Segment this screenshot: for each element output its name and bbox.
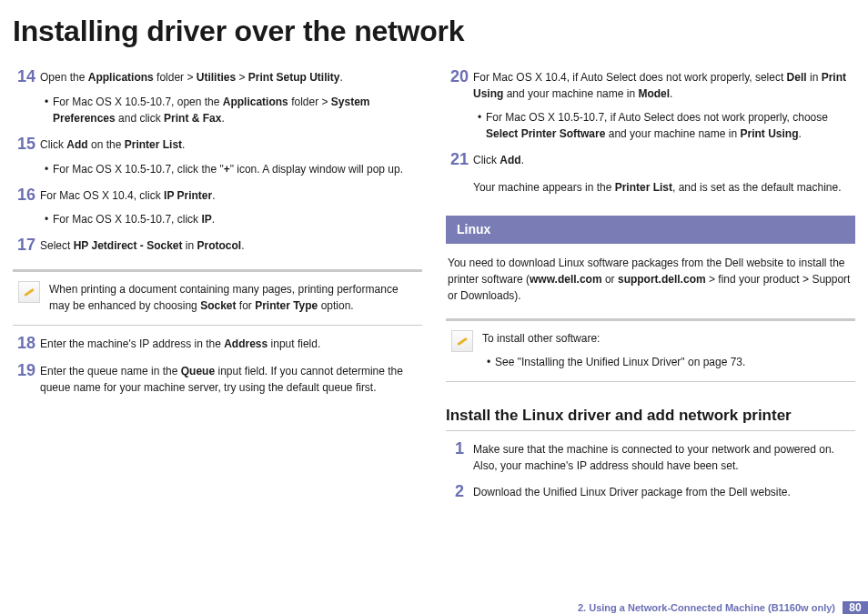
step-sub-body: For Mac OS X 10.5-10.7, click the "+" ic…	[53, 161, 422, 177]
note-text: When printing a document containing many…	[49, 281, 417, 314]
step-number: 15	[13, 136, 40, 154]
note-lead: To install other software:	[482, 330, 850, 347]
step-body: Download the Unified Linux Driver packag…	[473, 483, 855, 501]
subheading-install-linux: Install the Linux driver and add network…	[446, 404, 855, 432]
page-number-badge: 80	[843, 601, 868, 614]
step-body: For Mac OS X 10.4, click IP Printer.	[40, 186, 422, 205]
step-sub: •For Mac OS X 10.5-10.7, open the Applic…	[40, 94, 422, 126]
left-column: 14Open the Applications folder > Utiliti…	[13, 59, 422, 501]
step-body: Enter the machine's IP address in the Ad…	[40, 335, 422, 353]
step-sub-body: For Mac OS X 10.5-10.7, open the Applica…	[53, 94, 422, 126]
step-body: For Mac OS X 10.4, if Auto Select does n…	[473, 68, 855, 102]
step-21: 21Click Add.	[446, 151, 855, 169]
step-number: 18	[13, 335, 40, 353]
bullet-icon: •	[473, 109, 486, 142]
footer-chapter: 2. Using a Network-Connected Machine (B1…	[570, 601, 843, 614]
note-text: To install other software: •See "Install…	[482, 330, 850, 370]
page-title: Installing driver over the network	[0, 0, 868, 55]
step-16: 16For Mac OS X 10.4, click IP Printer.	[13, 186, 422, 205]
step-body: Enter the queue name in the Queue input …	[40, 362, 422, 396]
step-number: 20	[446, 68, 473, 102]
step-14: 14Open the Applications folder > Utiliti…	[13, 68, 422, 86]
step-sub: •For Mac OS X 10.5-10.7, click the "+" i…	[40, 161, 422, 177]
step-body: Click Add.	[473, 151, 855, 169]
note-box: When printing a document containing many…	[13, 269, 422, 326]
step-number: 2	[446, 483, 473, 501]
note-icon	[451, 330, 473, 352]
bullet-icon: •	[40, 94, 53, 126]
note-sub: See "Installing the Unified Linux Driver…	[495, 354, 850, 370]
bullet-icon: •	[40, 161, 53, 177]
step-19: 19Enter the queue name in the Queue inpu…	[13, 362, 422, 396]
right-column: 20For Mac OS X 10.4, if Auto Select does…	[446, 59, 855, 501]
step-sub-body: For Mac OS X 10.5-10.7, click IP.	[53, 211, 422, 227]
bullet-icon: •	[40, 211, 53, 227]
step-sub: •For Mac OS X 10.5-10.7, click IP.	[40, 211, 422, 227]
step-15: 15Click Add on the Printer List.	[13, 136, 422, 154]
two-column-layout: 14Open the Applications folder > Utiliti…	[0, 55, 868, 501]
linux-paragraph: You need to download Linux software pack…	[446, 255, 855, 304]
step-extra: Your machine appears in the Printer List…	[473, 178, 855, 196]
note-box-linux: To install other software: •See "Install…	[446, 318, 855, 382]
step-1: 1Make sure that the machine is connected…	[446, 440, 855, 474]
step-number: 21	[446, 151, 473, 169]
step-18: 18Enter the machine's IP address in the …	[13, 335, 422, 353]
section-heading-linux: Linux	[446, 216, 855, 244]
step-number: 14	[13, 68, 40, 86]
step-20: 20For Mac OS X 10.4, if Auto Select does…	[446, 68, 855, 102]
bullet-icon: •	[482, 354, 495, 370]
step-body: Open the Applications folder > Utilities…	[40, 68, 422, 86]
step-sub: •For Mac OS X 10.5-10.7, if Auto Select …	[473, 109, 855, 142]
step-body: Select HP Jetdirect - Socket in Protocol…	[40, 237, 422, 255]
page-footer: 2. Using a Network-Connected Machine (B1…	[570, 601, 868, 614]
step-body: Click Add on the Printer List.	[40, 136, 422, 154]
step-sub-body: For Mac OS X 10.5-10.7, if Auto Select d…	[486, 109, 855, 142]
step-17: 17Select HP Jetdirect - Socket in Protoc…	[13, 237, 422, 255]
step-number: 1	[446, 440, 473, 474]
step-number: 17	[13, 237, 40, 255]
step-number: 16	[13, 186, 40, 205]
note-icon	[18, 281, 40, 303]
step-body: Make sure that the machine is connected …	[473, 440, 855, 474]
step-number: 19	[13, 362, 40, 396]
step-2: 2Download the Unified Linux Driver packa…	[446, 483, 855, 501]
